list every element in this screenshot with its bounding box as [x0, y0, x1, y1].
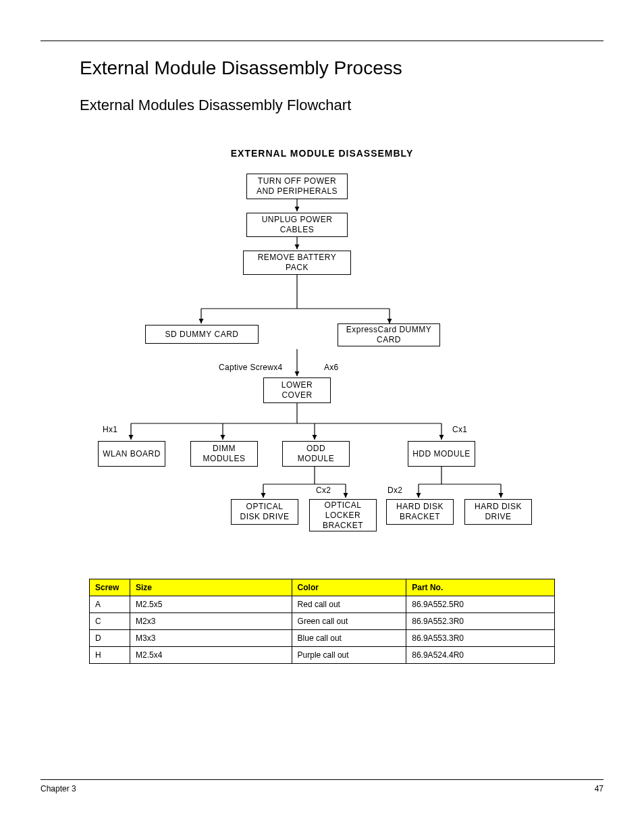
box-express-dummy: ExpressCard DUMMY CARD: [338, 323, 440, 346]
col-color: Color: [292, 579, 406, 596]
box-wlan: WLAN BOARD: [98, 441, 165, 467]
diagram-title: EXTERNAL MODULE DISASSEMBLY: [41, 148, 603, 159]
box-optical-bracket: OPTICAL LOCKER BRACKET: [309, 499, 377, 531]
cell-size: M3x3: [130, 630, 292, 647]
cell-screw: D: [90, 630, 130, 647]
table-row: C M2x3 Green call out 86.9A552.3R0: [90, 613, 555, 630]
page-subtitle: External Modules Disassembly Flowchart: [80, 97, 603, 114]
box-power-off: TURN OFF POWER AND PERIPHERALS: [246, 174, 348, 199]
flowchart: TURN OFF POWER AND PERIPHERALS UNPLUG PO…: [41, 174, 603, 552]
box-hdd-bracket: HARD DISK BRACKET: [386, 499, 454, 525]
cell-part: 86.9A552.5R0: [406, 596, 555, 613]
box-optical-drive: OPTICAL DISK DRIVE: [231, 499, 298, 525]
table-row: A M2.5x5 Red call out 86.9A552.5R0: [90, 596, 555, 613]
table-row: H M2.5x4 Purple call out 86.9A524.4R0: [90, 647, 555, 664]
box-sd-dummy: SD DUMMY CARD: [145, 325, 259, 344]
cell-part: 86.9A524.4R0: [406, 647, 555, 664]
cell-size: M2.5x5: [130, 596, 292, 613]
label-dx2: Dx2: [387, 486, 402, 495]
col-size: Size: [130, 579, 292, 596]
cell-color: Purple call out: [292, 647, 406, 664]
box-odd-module: ODD MODULE: [282, 441, 350, 467]
box-battery: REMOVE BATTERY PACK: [243, 251, 351, 275]
label-cx1: Cx1: [452, 425, 467, 434]
table-row: D M3x3 Blue call out 86.9A553.3R0: [90, 630, 555, 647]
footer-left: Chapter 3: [41, 784, 76, 793]
table-header-row: Screw Size Color Part No.: [90, 579, 555, 596]
cell-screw: C: [90, 613, 130, 630]
cell-size: M2.5x4: [130, 647, 292, 664]
col-screw: Screw: [90, 579, 130, 596]
cell-color: Green call out: [292, 613, 406, 630]
cell-screw: A: [90, 596, 130, 613]
screw-table: Screw Size Color Part No. A M2.5x5 Red c…: [89, 579, 555, 664]
col-part: Part No.: [406, 579, 555, 596]
cell-part: 86.9A552.3R0: [406, 613, 555, 630]
page-title: External Module Disassembly Process: [80, 57, 603, 79]
label-hx1: Hx1: [103, 425, 117, 434]
box-hdd-drive: HARD DISK DRIVE: [464, 499, 532, 525]
label-ax6: Ax6: [324, 363, 339, 372]
cell-size: M2x3: [130, 613, 292, 630]
box-dimm: DIMM MODULES: [190, 441, 258, 467]
cell-screw: H: [90, 647, 130, 664]
cell-color: Blue call out: [292, 630, 406, 647]
box-unplug: UNPLUG POWER CABLES: [246, 213, 348, 237]
box-lower-cover: LOWER COVER: [263, 377, 331, 403]
label-captive-screw: Captive Screwx4: [219, 363, 283, 372]
cell-part: 86.9A553.3R0: [406, 630, 555, 647]
box-hdd-module: HDD MODULE: [408, 441, 475, 467]
label-cx2: Cx2: [316, 486, 331, 495]
footer-right: 47: [595, 784, 603, 793]
cell-color: Red call out: [292, 596, 406, 613]
